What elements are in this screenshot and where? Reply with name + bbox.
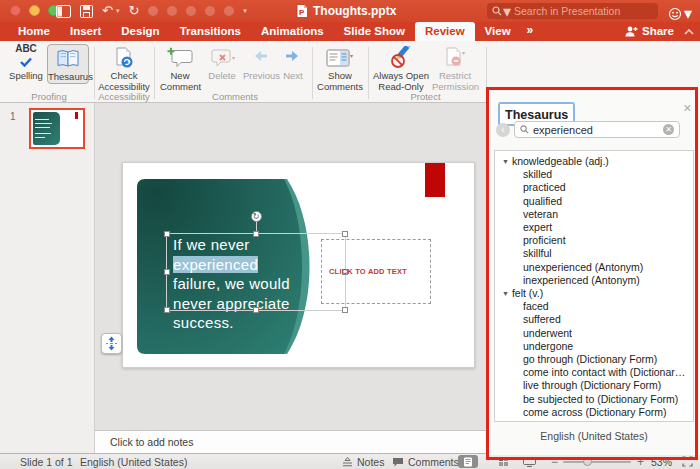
thesaurus-result-item[interactable]: faced <box>495 300 693 313</box>
tab-animations[interactable]: Animations <box>251 22 334 41</box>
thesaurus-result-item[interactable]: undergone <box>495 340 693 353</box>
resize-handle-s[interactable] <box>253 307 259 313</box>
thesaurus-result-item[interactable]: come across (Dictionary Form) <box>495 406 693 419</box>
notes-placeholder: Click to add notes <box>110 436 193 448</box>
check-accessibility-button[interactable]: Check Accessibility <box>98 44 150 92</box>
thesaurus-result-item[interactable]: inexperienced (Antonym) <box>495 274 693 287</box>
tab-home[interactable]: Home <box>8 22 60 41</box>
thesaurus-result-item[interactable]: veteran <box>495 208 693 221</box>
resize-handle-w[interactable] <box>164 269 170 275</box>
text-box-selection[interactable]: ↻ <box>166 233 346 311</box>
feedback-chevron-icon: ▾ <box>684 4 692 23</box>
zoom-slider-knob[interactable] <box>583 457 592 466</box>
tab-insert[interactable]: Insert <box>60 22 111 41</box>
back-icon[interactable]: ‹ <box>496 123 510 137</box>
sidebar-icon[interactable] <box>56 5 71 18</box>
thesaurus-result-item[interactable]: skilled <box>495 168 693 181</box>
resize-handle-sw[interactable] <box>164 307 170 313</box>
always-open-read-only-button[interactable]: Always Open Read-Only <box>373 44 429 92</box>
tab-overflow-chevron-icon[interactable]: » <box>521 20 540 41</box>
thesaurus-result-item[interactable]: go through (Dictionary Form) <box>495 353 693 366</box>
resize-handle-n[interactable] <box>253 231 259 237</box>
restrict-permission-button: ▾ Restrict Permission <box>432 44 478 92</box>
thesaurus-result-item[interactable]: be subjected to (Dictionary Form) <box>495 393 693 406</box>
svg-text:▾: ▾ <box>462 50 465 56</box>
thesaurus-result-item[interactable]: suffered <box>495 313 693 326</box>
zoom-level[interactable]: 53% <box>651 456 672 468</box>
show-comments-button[interactable]: ▾ Show Comments <box>316 44 364 92</box>
undo-dropdown-icon[interactable]: ▾ <box>116 7 120 15</box>
thesaurus-search-input[interactable] <box>533 124 659 136</box>
search-icon <box>520 125 529 134</box>
tab-design[interactable]: Design <box>111 22 169 41</box>
zoom-out-icon[interactable]: − <box>551 455 558 469</box>
notes-toggle[interactable]: Notes <box>342 456 384 468</box>
close-pane-icon[interactable]: ✕ <box>683 102 692 115</box>
comments-icon <box>392 457 404 467</box>
clear-search-icon[interactable]: ✕ <box>663 124 674 135</box>
resize-handle-ne[interactable] <box>342 231 348 237</box>
slide-text-line: success. <box>173 313 290 333</box>
thesaurus-result-item[interactable]: practiced <box>495 181 693 194</box>
resize-handle-se[interactable] <box>342 307 348 313</box>
task-pane-toggle-active[interactable] <box>458 455 478 468</box>
disclosure-triangle-icon[interactable]: ▼ <box>502 290 509 297</box>
search-in-presentation[interactable]: ▾ Search in Presentation <box>487 3 658 19</box>
autofit-options-button[interactable] <box>101 333 122 354</box>
presenter-view-icon[interactable] <box>523 457 536 467</box>
notes-area[interactable]: Click to add notes <box>95 430 487 453</box>
thesaurus-button[interactable]: Thesaurus <box>47 44 89 84</box>
zoom-slider[interactable] <box>563 461 631 463</box>
tab-review[interactable]: Review <box>415 22 475 41</box>
tab-transitions[interactable]: Transitions <box>170 22 251 41</box>
thesaurus-result-item[interactable]: underwent <box>495 327 693 340</box>
resize-handle-nw[interactable] <box>164 231 170 237</box>
thesaurus-result-item[interactable]: qualified <box>495 195 693 208</box>
customize-toolbar-chevron-icon[interactable]: ▾ <box>243 7 247 15</box>
content-placeholder[interactable]: CLICK TO ADD TEXT <box>321 239 431 304</box>
slide-sorter-icon[interactable] <box>499 457 508 466</box>
check-accessibility-icon <box>98 44 150 71</box>
thesaurus-search-field[interactable]: ✕ <box>514 121 680 138</box>
thesaurus-section-header[interactable]: ▼felt (v.) <box>495 287 693 300</box>
feedback-control[interactable]: ▾ <box>668 4 692 23</box>
thesaurus-result-item[interactable]: live through (Dictionary Form) <box>495 379 693 392</box>
tab-slide-show[interactable]: Slide Show <box>334 22 415 41</box>
redo-icon[interactable]: ↻ <box>128 3 139 19</box>
close-window-icon[interactable] <box>10 5 21 16</box>
thesaurus-result-item[interactable]: proficient <box>495 234 693 247</box>
thesaurus-result-item[interactable]: come into contact with (Dictionar… <box>495 366 693 379</box>
thumbnail-text-line <box>35 133 51 134</box>
red-accent-shape[interactable] <box>425 163 445 197</box>
share-label: Share <box>642 25 674 37</box>
spelling-button[interactable]: ABC Spelling <box>6 44 46 82</box>
restrict-permission-icon: ▾ <box>432 44 478 71</box>
thesaurus-result-item[interactable]: unexperienced (Antonym) <box>495 261 693 274</box>
share-button[interactable]: Share <box>624 25 674 37</box>
undo-icon[interactable]: ↶ <box>102 3 113 19</box>
fit-slide-to-window-icon[interactable] <box>682 456 693 467</box>
thesaurus-result-item[interactable]: skillful <box>495 247 693 260</box>
slide-thumbnail[interactable] <box>29 108 85 149</box>
title-bar: ↶ ▾ ↻ ▾ P Thoughts.pptx ▾ Search in Pres… <box>0 0 700 22</box>
search-placeholder: Search in Presentation <box>514 5 620 17</box>
thesaurus-section-header[interactable]: ▼knowledgeable (adj.) <box>495 155 693 168</box>
rotate-handle-icon[interactable]: ↻ <box>251 211 262 222</box>
collapse-ribbon-icon[interactable] <box>684 28 694 36</box>
search-scope-chevron-icon[interactable]: ▾ <box>503 2 511 21</box>
group-separator <box>154 47 155 99</box>
slide-counter: Slide 1 of 1 <box>20 456 73 468</box>
minimize-window-icon[interactable] <box>29 5 40 16</box>
search-icon <box>492 6 502 16</box>
disclosure-triangle-icon[interactable]: ▼ <box>502 158 509 165</box>
zoom-in-icon[interactable]: + <box>637 455 644 469</box>
new-comment-button[interactable]: New Comment <box>160 44 200 92</box>
language-status[interactable]: English (United States) <box>80 456 187 468</box>
save-icon[interactable] <box>80 5 93 18</box>
thesaurus-result-item[interactable]: expert <box>495 221 693 234</box>
next-comment-button[interactable]: Next <box>279 44 307 82</box>
tab-view[interactable]: View <box>475 22 521 41</box>
group-separator <box>94 47 95 99</box>
comments-toggle[interactable]: Comments <box>392 456 459 468</box>
slide-canvas[interactable]: If we neverexperiencedfailure, we wouldn… <box>122 162 475 368</box>
